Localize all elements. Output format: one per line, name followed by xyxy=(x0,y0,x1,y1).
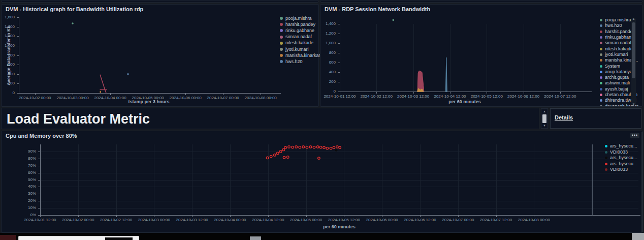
scroll-up-icon[interactable]: ▲ xyxy=(541,110,548,113)
data-point xyxy=(309,146,312,148)
legend-color-dot xyxy=(605,168,607,171)
y-tick-label: 1,000 xyxy=(2,44,15,48)
taskbar-left-fragment xyxy=(0,235,16,240)
legend-item-label: jyoti.kumari xyxy=(605,52,628,57)
legend-scrollbar-thumb[interactable] xyxy=(632,22,635,78)
legend-color-dot xyxy=(280,54,283,57)
legend-color-dot xyxy=(280,36,283,39)
legend-color-dot xyxy=(280,17,283,20)
data-point xyxy=(393,19,395,21)
data-point xyxy=(299,146,301,148)
scroll-down-icon[interactable]: ▼ xyxy=(541,124,548,127)
x-axis-line xyxy=(40,215,640,216)
gridline-vertical xyxy=(340,24,340,92)
data-point xyxy=(127,73,129,75)
y-tick-label: 1,200 xyxy=(2,34,15,38)
legend-color-dot xyxy=(600,76,602,79)
legend-item[interactable]: hws.h20 xyxy=(280,58,320,65)
legend-item-label: nilesh.kakade xyxy=(285,41,313,45)
legend-color-dot xyxy=(605,145,607,147)
gridline-vertical xyxy=(524,24,524,92)
gridline-horizontal xyxy=(40,180,638,181)
heading-scrollbar[interactable]: ▲ ▼ xyxy=(541,108,548,129)
series-area xyxy=(445,57,447,92)
x-axis-title: per 60 minutes xyxy=(340,99,590,104)
legend-item[interactable]: manisha.kinarkar xyxy=(280,52,320,58)
data-point xyxy=(72,22,74,24)
taskbar xyxy=(0,233,644,240)
legend-item-label: rinku.gabhane xyxy=(285,28,314,33)
legend-item[interactable]: VDI0033 xyxy=(605,167,637,173)
gridline-vertical xyxy=(560,24,561,92)
legend-color-dot xyxy=(600,88,602,91)
gridline-horizontal xyxy=(40,201,638,201)
legend-color-dot xyxy=(600,42,602,44)
panel-edge-scrollbar[interactable] xyxy=(641,132,643,232)
legend-color-dot xyxy=(600,65,602,68)
panel-cpu-memory: Cpu and Memory over 80% ••• 0%10%20%30%4… xyxy=(1,131,642,233)
taskbar-right-fragment[interactable] xyxy=(632,233,644,240)
x-tick-label: 2024-10-07 12:00 xyxy=(537,95,583,99)
x-tick-label: 2024-10-08 00:00 xyxy=(511,218,557,222)
heading-scrollbar-thumb[interactable] xyxy=(542,114,546,123)
legend-item[interactable]: ars_hysecu... xyxy=(605,155,637,161)
legend-item-label: VDI0033 xyxy=(610,150,628,155)
x-axis-line xyxy=(340,92,592,92)
load-evaluator-heading: Load Evaluator Metric xyxy=(7,111,150,127)
window-fragment[interactable] xyxy=(18,236,139,240)
y-tick-label: 40% xyxy=(2,185,36,189)
y-tick-label: 200 xyxy=(2,81,15,85)
legend-item-label: VDI0033 xyxy=(610,167,628,172)
legend-item[interactable]: harshit.pandey xyxy=(280,21,320,27)
gridline-vertical xyxy=(450,24,450,92)
y-tick-label: 1,200 xyxy=(320,32,336,36)
panel-bandwidth-history: DVM - Historical graph for Bandwidth Uti… xyxy=(1,4,319,107)
legend-scroll-up-icon[interactable]: ▲ xyxy=(631,17,636,20)
legend-color-dot xyxy=(605,163,607,165)
legend-color-dot xyxy=(600,99,602,102)
legend-item[interactable]: simran.nadaf xyxy=(280,34,320,40)
y-tick-label: 50% xyxy=(2,178,36,182)
data-point xyxy=(339,146,341,149)
y-tick-label: 800 xyxy=(320,51,336,55)
data-point xyxy=(288,146,291,148)
y-tick-mark xyxy=(338,72,340,73)
data-point xyxy=(319,146,322,148)
legend-color-dot xyxy=(600,48,602,50)
legend-item[interactable]: nilesh.kakade xyxy=(280,40,320,46)
gridline-horizontal xyxy=(40,187,638,187)
y-tick-label: 400 xyxy=(2,72,15,76)
legend-item[interactable]: jyoti.kumari xyxy=(280,46,320,52)
series-area xyxy=(417,71,424,92)
chart-canvas xyxy=(2,5,319,107)
legend-item[interactable]: pooja.mishra xyxy=(280,15,320,21)
y-tick-label: 1,000 xyxy=(320,41,336,45)
data-point xyxy=(295,146,298,148)
legend-item-label: rinku.gabhane xyxy=(605,35,634,40)
y-axis-line xyxy=(19,17,19,93)
data-point xyxy=(286,156,289,159)
panel-edge-top-left xyxy=(1,0,318,3)
data-point xyxy=(333,146,335,149)
legend-scrollbar[interactable]: ▲ ▼ xyxy=(631,18,636,105)
y-tick-mark xyxy=(338,43,340,44)
legend-item[interactable]: VDI0033 xyxy=(605,149,637,156)
legend-item-label: simran.nadaf xyxy=(605,41,631,45)
data-point xyxy=(302,146,305,148)
legend-scroll-down-icon[interactable]: ▼ xyxy=(631,103,636,106)
legend-item-label: ars_hysecu... xyxy=(610,156,637,160)
data-point xyxy=(336,146,339,148)
legend-item[interactable]: rinku.gabhane xyxy=(280,27,320,34)
legend-item[interactable]: ars_hysecu... xyxy=(605,161,637,167)
details-link[interactable]: Details xyxy=(555,114,573,121)
x-axis-title: tstamp per 3 hours xyxy=(19,99,279,104)
y-tick-label: 30% xyxy=(2,192,36,196)
panel-rdp-bandwidth: DVM - RDP Session Network Bandwidth 0200… xyxy=(320,4,642,107)
legend-color-dot xyxy=(600,82,602,84)
legend-item-label: ars_hysecu... xyxy=(610,162,637,166)
taskbar-chip[interactable] xyxy=(250,236,261,240)
data-point xyxy=(276,152,279,155)
y-tick-label: 600 xyxy=(2,63,15,67)
gridline-horizontal xyxy=(40,159,638,159)
legend-item[interactable]: ars_hysecu... xyxy=(605,143,637,149)
